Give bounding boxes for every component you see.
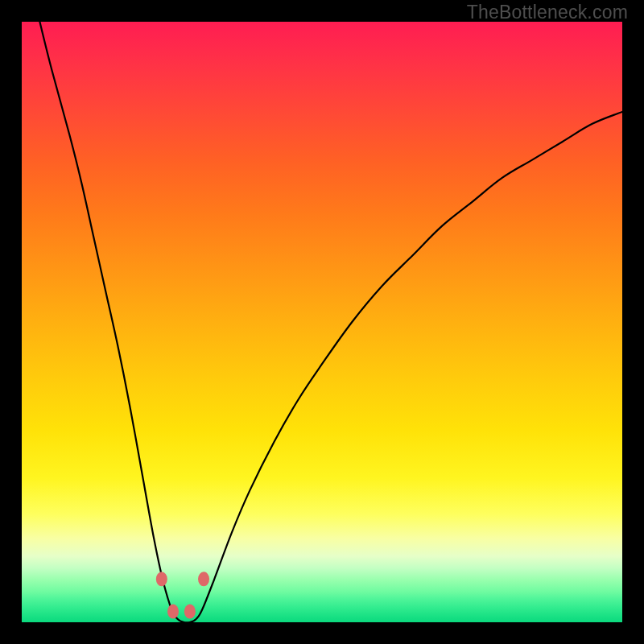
svg-point-3 [198, 572, 209, 586]
svg-point-2 [184, 605, 196, 619]
chart-area [22, 22, 622, 622]
watermark-text: TheBottleneck.com [467, 2, 628, 23]
bottleneck-curve [22, 22, 622, 622]
svg-point-0 [156, 572, 167, 586]
svg-point-1 [167, 605, 179, 619]
